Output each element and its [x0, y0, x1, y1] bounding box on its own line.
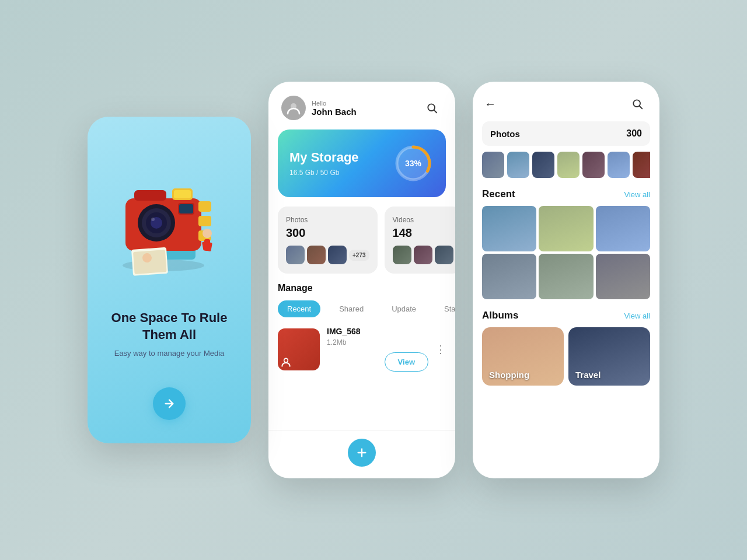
storage-text: My Storage 16.5 Gb / 50 Gb [289, 150, 359, 177]
user-info: Hello John Bach [281, 96, 357, 120]
user-text: Hello John Bach [312, 100, 357, 117]
storage-title: My Storage [289, 150, 359, 165]
manage-tabs: Recent Shared Update Starred [278, 300, 446, 317]
photos-section-label: Photos [490, 129, 520, 139]
camera-illustration [105, 152, 233, 280]
recent-photo-5[interactable] [539, 254, 593, 299]
home-nav-button[interactable] [295, 441, 318, 464]
strip-thumb-4[interactable] [557, 152, 580, 178]
stats-row: Photos 300 +273 Videos 148 [278, 206, 446, 274]
screen2-header: Hello John Bach [268, 82, 455, 130]
strip-thumb-3[interactable] [532, 152, 554, 178]
album-shopping[interactable]: Shopping [482, 327, 564, 386]
add-nav-button[interactable] [348, 439, 376, 467]
svg-point-10 [151, 218, 155, 221]
file-thumbnail [278, 328, 320, 370]
album-travel-label: Travel [575, 370, 601, 380]
recent-photo-2[interactable] [539, 206, 593, 251]
svg-point-28 [284, 358, 288, 362]
strip-thumb-1[interactable] [482, 152, 504, 178]
storage-usage: 16.5 Gb / 50 Gb [289, 169, 359, 177]
screen1: One Space To Rule Them All Easy way to m… [88, 117, 251, 443]
photos-plus: +273 [349, 250, 369, 261]
tab-starred[interactable]: Starred [435, 300, 455, 317]
albums-view-all[interactable]: View all [624, 312, 650, 320]
folder-nav-button[interactable] [406, 441, 429, 464]
photos-section-header: Photos 300 [482, 121, 650, 146]
strip-thumb-2[interactable] [507, 152, 529, 178]
album-travel[interactable]: Travel [568, 327, 650, 386]
photos-count: 300 [286, 226, 369, 240]
photo-thumb-2 [307, 246, 326, 264]
svg-rect-3 [134, 190, 166, 201]
manage-section: Manage Recent Shared Update Starred IMG_… [268, 283, 455, 372]
photos-stat: Photos 300 +273 [278, 206, 378, 274]
camera-svg [105, 152, 233, 280]
videos-stat: Videos 148 [385, 206, 455, 274]
user-name: John Bach [312, 107, 357, 117]
albums-section-header: Albums View all [482, 310, 650, 321]
strip-thumb-6[interactable] [608, 152, 630, 178]
svg-rect-14 [198, 216, 211, 226]
greeting-label: Hello [312, 100, 357, 107]
photo-thumb-3 [328, 246, 347, 264]
svg-rect-17 [133, 250, 167, 274]
file-item: IMG_568 1.2Mb View ⋮ [278, 327, 446, 372]
strip-thumb-7[interactable] [633, 152, 650, 178]
get-started-button[interactable]: path{stroke:white;stroke-width:2.5;fill:… [153, 387, 186, 420]
video-thumb-1 [393, 246, 411, 264]
recent-photo-1[interactable] [482, 206, 536, 251]
svg-rect-12 [179, 204, 193, 214]
screen3-header: ← [473, 82, 659, 121]
recent-photo-grid [482, 206, 650, 299]
video-thumb-3 [435, 246, 453, 264]
tab-shared[interactable]: Shared [330, 300, 373, 317]
storage-percent: 33% [405, 159, 421, 168]
view-button[interactable]: View [385, 352, 428, 372]
recent-title: Recent [482, 188, 515, 200]
svg-rect-13 [198, 201, 211, 212]
albums-grid: Shopping Travel [482, 327, 650, 386]
screen3-content: Photos 300 Recent View all [473, 121, 659, 478]
file-menu-button[interactable]: ⋮ [435, 343, 446, 356]
photos-section-count: 300 [626, 128, 642, 139]
screen3: ← Photos 300 Recent View all [473, 82, 659, 478]
videos-label: Videos [393, 216, 453, 224]
screen2: Hello John Bach My Storage 16.5 Gb / 50 … [268, 82, 455, 478]
bottom-nav [268, 430, 455, 478]
strip-thumb-5[interactable] [582, 152, 605, 178]
albums-title: Albums [482, 310, 518, 321]
svg-point-19 [203, 229, 212, 238]
recent-view-all[interactable]: View all [624, 190, 650, 199]
album-shopping-label: Shopping [489, 370, 529, 380]
video-thumb-2 [414, 246, 432, 264]
file-size: 1.2Mb [327, 338, 428, 346]
screen1-subtitle: Easy way to manage your Media [111, 349, 228, 358]
screen1-title: One Space To Rule Them All [111, 310, 228, 343]
videos-thumbs [393, 246, 453, 264]
tab-update[interactable]: Update [382, 300, 425, 317]
recent-section-header: Recent View all [482, 188, 650, 200]
tab-recent[interactable]: Recent [278, 300, 320, 317]
storage-ring: 33% [392, 142, 434, 184]
photo-thumb-1 [286, 246, 305, 264]
photos-label: Photos [286, 216, 369, 224]
photos-thumbs: +273 [286, 246, 369, 264]
svg-line-25 [434, 110, 437, 113]
file-name: IMG_568 [327, 327, 428, 336]
recent-photo-6[interactable] [596, 254, 650, 299]
view-btn-container: View [327, 352, 428, 372]
user-avatar [281, 96, 306, 120]
photo-strip [482, 152, 650, 178]
search-button[interactable] [421, 97, 442, 118]
recent-photo-4[interactable] [482, 254, 536, 299]
manage-title: Manage [278, 283, 446, 293]
storage-card: My Storage 16.5 Gb / 50 Gb 33% [278, 130, 446, 197]
svg-line-32 [640, 106, 643, 109]
screen1-text: One Space To Rule Them All Easy way to m… [105, 310, 233, 358]
svg-rect-5 [174, 190, 191, 198]
screen3-search-button[interactable] [627, 93, 648, 114]
videos-count: 148 [393, 226, 453, 240]
back-button[interactable]: ← [484, 97, 496, 111]
recent-photo-3[interactable] [596, 206, 650, 251]
